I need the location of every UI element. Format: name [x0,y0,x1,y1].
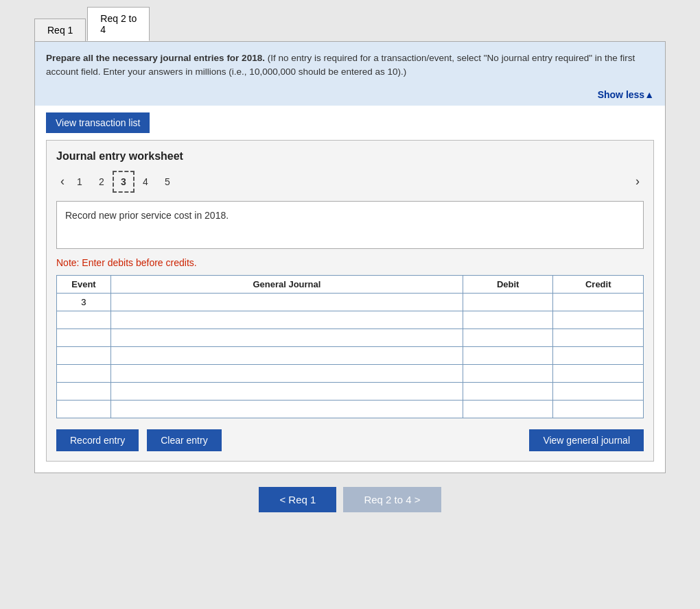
journal-cell-2[interactable] [110,311,463,329]
journal-cell-1[interactable] [110,293,463,311]
journal-cell-3[interactable] [110,329,463,346]
page-3[interactable]: 3 [113,171,135,193]
table-row [57,364,644,382]
credit-input-1[interactable] [557,297,639,307]
journal-input-4[interactable] [115,350,458,361]
debit-input-2[interactable] [467,315,549,325]
credit-input-6[interactable] [557,386,639,396]
tab-req1[interactable]: Req 1 [34,19,86,41]
debit-cell-5[interactable] [463,364,553,382]
debit-input-6[interactable] [467,386,549,396]
debit-input-3[interactable] [467,333,549,343]
table-row: 3 [57,293,644,311]
event-cell-4 [57,346,111,364]
journal-cell-7[interactable] [110,400,463,418]
instruction-main: Prepare all the necessary journal entrie… [46,53,265,63]
journal-input-5[interactable] [115,368,458,379]
view-transaction-button[interactable]: View transaction list [46,112,150,133]
credit-input-2[interactable] [557,315,639,325]
tabs-container: Req 1 Req 2 to4 [34,7,666,41]
worksheet-container: Journal entry worksheet ‹ 1 2 3 4 5 › Re… [46,140,654,462]
journal-cell-5[interactable] [110,364,463,382]
view-general-journal-button[interactable]: View general journal [529,429,644,451]
credit-input-4[interactable] [557,350,639,361]
event-cell-5 [57,364,111,382]
journal-table: Event General Journal Debit Credit 3 [56,275,644,418]
table-row [57,346,644,364]
prev-page-arrow[interactable]: ‹ [56,173,69,190]
show-less-link[interactable]: Show less▲ [35,86,665,106]
debit-cell-7[interactable] [463,400,553,418]
buttons-row: Record entry Clear entry View general jo… [56,429,644,451]
col-credit: Credit [553,275,644,293]
page-4[interactable]: 4 [135,171,156,193]
table-row [57,329,644,346]
credit-cell-4[interactable] [553,346,644,364]
bottom-nav: < Req 1 Req 2 to 4 > [34,487,666,512]
debit-cell-2[interactable] [463,311,553,329]
debit-cell-1[interactable] [463,293,553,311]
table-row [57,400,644,418]
table-row [57,382,644,400]
journal-input-1[interactable] [115,297,458,307]
credit-cell-7[interactable] [553,400,644,418]
page-2[interactable]: 2 [91,171,113,193]
tab-req2to4[interactable]: Req 2 to4 [87,7,150,41]
forward-button[interactable]: Req 2 to 4 > [343,487,441,512]
pagination: ‹ 1 2 3 4 5 › [56,171,644,193]
debit-input-4[interactable] [467,350,549,361]
credit-input-5[interactable] [557,368,639,379]
debit-input-1[interactable] [467,297,549,307]
back-button[interactable]: < Req 1 [259,487,336,512]
event-cell-3 [57,329,111,346]
credit-cell-5[interactable] [553,364,644,382]
credit-cell-1[interactable] [553,293,644,311]
credit-input-3[interactable] [557,333,639,343]
instruction-box: Prepare all the necessary journal entrie… [35,42,665,86]
credit-input-7[interactable] [557,404,639,414]
worksheet-title: Journal entry worksheet [56,150,644,163]
col-journal: General Journal [110,275,463,293]
debit-input-7[interactable] [467,404,549,414]
debit-cell-4[interactable] [463,346,553,364]
journal-cell-6[interactable] [110,382,463,400]
next-page-arrow[interactable]: › [631,173,644,190]
journal-input-7[interactable] [115,404,458,414]
event-cell-1: 3 [57,293,111,311]
description-box: Record new prior service cost in 2018. [56,201,644,249]
clear-entry-button[interactable]: Clear entry [147,429,221,451]
note-text: Note: Enter debits before credits. [56,257,644,268]
journal-cell-4[interactable] [110,346,463,364]
event-cell-7 [57,400,111,418]
credit-cell-3[interactable] [553,329,644,346]
credit-cell-6[interactable] [553,382,644,400]
col-event: Event [57,275,111,293]
debit-cell-3[interactable] [463,329,553,346]
page-1[interactable]: 1 [69,171,91,193]
event-cell-2 [57,311,111,329]
record-entry-button[interactable]: Record entry [56,429,139,451]
credit-cell-2[interactable] [553,311,644,329]
event-cell-6 [57,382,111,400]
debit-cell-6[interactable] [463,382,553,400]
journal-input-2[interactable] [115,315,458,325]
col-debit: Debit [463,275,553,293]
journal-input-6[interactable] [115,386,458,396]
journal-input-3[interactable] [115,333,458,343]
main-content: Prepare all the necessary journal entrie… [34,41,666,473]
debit-input-5[interactable] [467,368,549,379]
page-5[interactable]: 5 [156,171,178,193]
table-row [57,311,644,329]
